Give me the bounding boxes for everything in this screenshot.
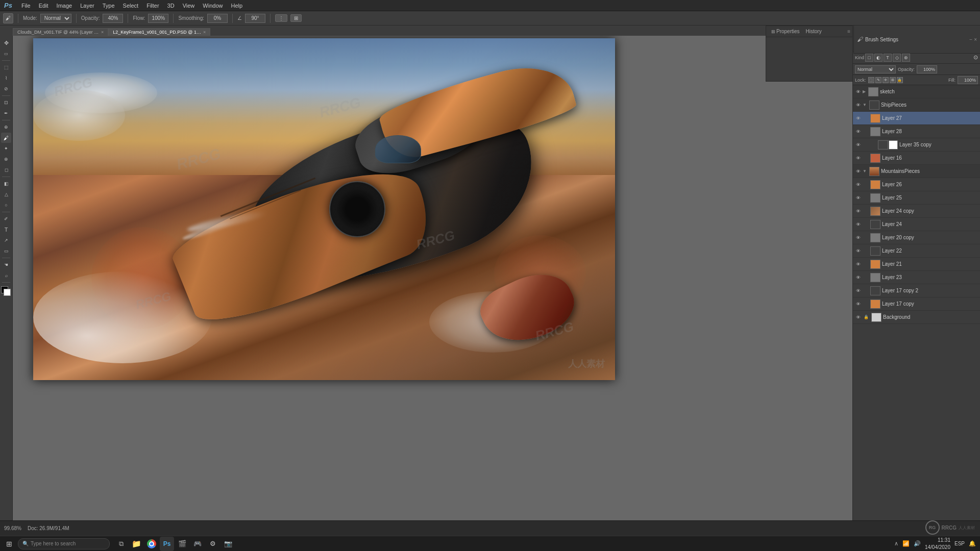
layer-item-26[interactable]: 👁 Layer 26 bbox=[853, 178, 980, 191]
history-brush-tool[interactable]: ⊗ bbox=[1, 154, 11, 164]
brush-panel-close[interactable]: × bbox=[974, 37, 977, 42]
lock-position-btn[interactable]: ✛ bbox=[883, 77, 889, 83]
tab-clouds-close[interactable]: × bbox=[101, 30, 104, 35]
layer-visibility-17copy[interactable]: 👁 bbox=[855, 301, 861, 307]
gradient-tool[interactable]: ◧ bbox=[1, 179, 11, 189]
layer-visibility-24copy[interactable]: 👁 bbox=[855, 208, 861, 214]
taskbar-app-6[interactable]: 🎮 bbox=[190, 537, 205, 551]
dodge-tool[interactable]: ○ bbox=[1, 200, 11, 210]
layer-item-28[interactable]: 👁 Layer 28 bbox=[853, 125, 980, 138]
taskbar-app-8[interactable]: 📷 bbox=[221, 537, 235, 551]
network-icon[interactable]: 📶 bbox=[902, 540, 910, 547]
crop-tool[interactable]: ⊡ bbox=[1, 97, 11, 108]
tab-keyframe[interactable]: L2_KeyFrame1_v001_001_PD.PSD @ 100% (Lay… bbox=[108, 28, 210, 36]
filter-toggle[interactable]: ⊙ bbox=[973, 54, 978, 61]
layer-visibility-26[interactable]: 👁 bbox=[855, 182, 861, 188]
menu-window[interactable]: Window bbox=[200, 2, 226, 10]
smoothing-input[interactable] bbox=[207, 14, 228, 23]
start-button[interactable]: ⊞ bbox=[0, 536, 18, 552]
layer-visibility-23[interactable]: 👁 bbox=[855, 274, 861, 281]
path-select-tool[interactable]: ↗ bbox=[1, 235, 11, 245]
layer-opacity-input[interactable]: 100% bbox=[917, 65, 937, 73]
properties-tab[interactable]: ⊞ Properties bbox=[768, 28, 803, 35]
layer-item-shippieces[interactable]: 👁 ▼ ShipPieces bbox=[853, 98, 980, 112]
taskbar-chrome[interactable] bbox=[144, 537, 159, 551]
taskbar-app-5[interactable]: 🎬 bbox=[175, 537, 189, 551]
layer-item-17copy2[interactable]: 👁 Layer 17 copy 2 bbox=[853, 284, 980, 297]
layer-visibility-24[interactable]: 👁 bbox=[855, 221, 861, 228]
notification-icon[interactable]: 🔔 bbox=[969, 540, 976, 547]
pen-tool[interactable]: ✐ bbox=[1, 214, 11, 224]
taskbar-time[interactable]: 11:31 14/04/2020 bbox=[925, 537, 950, 551]
layer-visibility-27[interactable]: 👁 bbox=[855, 115, 861, 121]
volume-icon[interactable]: 🔊 bbox=[914, 540, 921, 547]
angle-input[interactable] bbox=[245, 14, 265, 23]
layer-fill-input[interactable]: 100% bbox=[958, 76, 978, 84]
artwork-canvas[interactable]: RRCG RRCG RRCG RRCG RRCG RRCG 人人素材 bbox=[33, 38, 615, 380]
menu-3d[interactable]: 3D bbox=[164, 2, 178, 10]
layer-item-22[interactable]: 👁 Layer 22 bbox=[853, 244, 980, 258]
menu-help[interactable]: Help bbox=[228, 2, 246, 10]
menu-layer[interactable]: Layer bbox=[77, 2, 97, 10]
brush-tool[interactable]: 🖌 bbox=[1, 133, 11, 143]
lock-all-btn[interactable]: 🔒 bbox=[897, 77, 903, 83]
eyedropper-tool[interactable]: ✒ bbox=[1, 108, 11, 118]
marquee-tool[interactable]: ⬚ bbox=[1, 62, 11, 72]
taskbar-file-explorer[interactable]: 📁 bbox=[129, 537, 143, 551]
menu-select[interactable]: Select bbox=[120, 2, 142, 10]
taskbar-photoshop[interactable]: Ps bbox=[160, 537, 174, 551]
zoom-tool[interactable]: ⌕ bbox=[1, 270, 11, 281]
taskbar-search[interactable]: 🔍 Type here to search bbox=[18, 538, 110, 549]
canvas-area[interactable]: RRCG RRCG RRCG RRCG RRCG RRCG 人人素材 bbox=[13, 36, 852, 536]
filter-type-btn[interactable]: T bbox=[884, 54, 892, 62]
layer-item-24[interactable]: 👁 Layer 24 bbox=[853, 218, 980, 231]
opacity-input[interactable] bbox=[103, 14, 123, 23]
layer-item-35copy[interactable]: 👁 Layer 35 copy bbox=[853, 138, 980, 152]
layer-visibility-20copy[interactable]: 👁 bbox=[855, 235, 861, 241]
layer-item-20copy[interactable]: 👁 Layer 20 copy bbox=[853, 231, 980, 244]
background-color[interactable] bbox=[4, 289, 11, 296]
artboard-tool[interactable]: ▭ bbox=[1, 48, 11, 59]
layer-item-25[interactable]: 👁 Layer 25 bbox=[853, 191, 980, 205]
layer-item-mountains[interactable]: 👁 ▼ MountainsPieces bbox=[853, 165, 980, 178]
tab-clouds[interactable]: Clouds_DM_v001.TIF @ 44% (Layer 1 copy, … bbox=[13, 28, 108, 36]
healing-tool[interactable]: ⊕ bbox=[1, 122, 11, 132]
lock-transparent-btn[interactable]: ⬚ bbox=[868, 77, 874, 83]
menu-filter[interactable]: Filter bbox=[143, 2, 162, 10]
layer-visibility-sketch[interactable]: 👁 bbox=[855, 89, 861, 95]
quick-select-tool[interactable]: ⊘ bbox=[1, 84, 11, 94]
layer-item-24copy[interactable]: 👁 Layer 24 copy bbox=[853, 205, 980, 218]
taskbar-task-view[interactable]: ⧉ bbox=[114, 537, 128, 551]
clone-stamp-tool[interactable]: ✦ bbox=[1, 143, 11, 154]
filter-smart-btn[interactable]: ⊛ bbox=[902, 54, 910, 62]
layer-visibility-25[interactable]: 👁 bbox=[855, 195, 861, 201]
layer-item-27[interactable]: 👁 Layer 27 bbox=[853, 112, 980, 125]
menu-file[interactable]: File bbox=[18, 2, 34, 10]
layer-visibility-22[interactable]: 👁 bbox=[855, 248, 861, 254]
menu-type[interactable]: Type bbox=[100, 2, 118, 10]
tab-keyframe-close[interactable]: × bbox=[203, 30, 206, 35]
blur-tool[interactable]: △ bbox=[1, 189, 11, 199]
brush-settings-toggle[interactable]: ⋮ bbox=[275, 14, 287, 22]
filter-pixel-btn[interactable]: □ bbox=[865, 54, 873, 62]
layer-visibility-shippieces[interactable]: 👁 bbox=[855, 102, 861, 108]
history-tab[interactable]: History bbox=[803, 28, 825, 35]
lasso-tool[interactable]: ⌇ bbox=[1, 73, 11, 83]
taskbar-hide-icons[interactable]: ∧ bbox=[894, 540, 898, 547]
blend-mode-select[interactable]: Normal bbox=[40, 14, 71, 23]
move-tool[interactable]: ✥ bbox=[1, 38, 11, 48]
layer-visibility-background[interactable]: 👁 bbox=[855, 314, 861, 320]
flow-input[interactable] bbox=[148, 14, 168, 23]
eraser-tool[interactable]: ◻ bbox=[1, 165, 11, 175]
layer-blend-mode[interactable]: Normal bbox=[855, 65, 896, 73]
layer-item-sketch[interactable]: 👁 ▶ sketch bbox=[853, 85, 980, 98]
layer-item-21[interactable]: 👁 Layer 21 bbox=[853, 258, 980, 271]
brush-panel-minimize[interactable]: − bbox=[969, 37, 972, 42]
layer-visibility-17copy2[interactable]: 👁 bbox=[855, 288, 861, 294]
panel-collapse-btn[interactable]: ≡ bbox=[847, 29, 850, 34]
layer-visibility-16[interactable]: 👁 bbox=[855, 155, 861, 161]
layer-visibility-28[interactable]: 👁 bbox=[855, 129, 861, 135]
shape-tool[interactable]: ▭ bbox=[1, 246, 11, 256]
taskbar-app-7[interactable]: ⚙ bbox=[206, 537, 220, 551]
layer-item-background[interactable]: 👁 🔒 Background bbox=[853, 311, 980, 324]
